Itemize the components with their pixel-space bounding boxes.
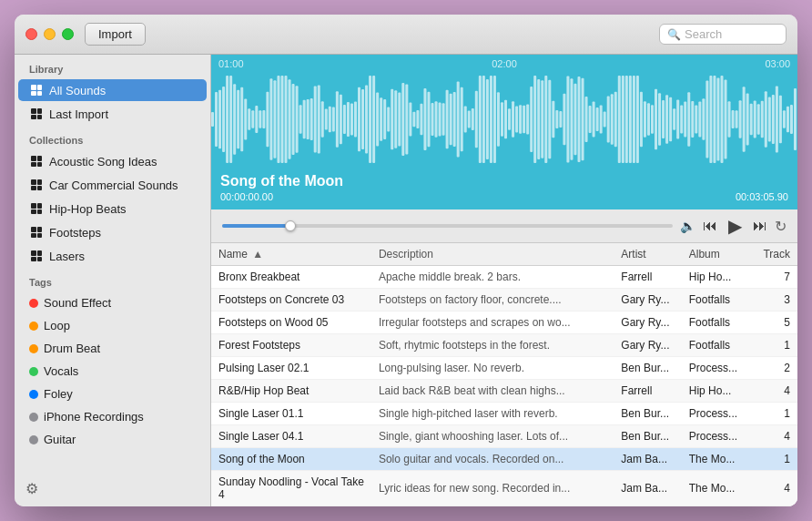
tracks-table: Name ▲ Description Artist Album Track Br… [211, 243, 797, 506]
table-row[interactable]: Footsteps on Wood 05 Irregular footsteps… [211, 312, 797, 334]
sidebar-item-hip-hop-beats[interactable]: Hip-Hop Beats [18, 198, 207, 220]
svg-rect-146 [746, 93, 749, 145]
cell-artist: Gary Ry... [614, 289, 681, 312]
svg-rect-127 [676, 99, 679, 138]
rewind-button[interactable]: ⏮ [703, 218, 717, 234]
grid-icon [29, 154, 44, 169]
svg-rect-47 [383, 99, 386, 139]
svg-rect-21 [289, 79, 291, 159]
sidebar-item-footsteps[interactable]: Footsteps [18, 221, 207, 243]
sidebar-item-label: Footsteps [49, 226, 101, 240]
sidebar-item-last-import[interactable]: Last Import [18, 103, 207, 125]
svg-rect-66 [453, 92, 456, 147]
table-row[interactable]: Footsteps on Concrete 03 Footsteps on fa… [211, 289, 797, 312]
table-row[interactable]: Single Laser 04.1 Single, giant whooshin… [211, 425, 797, 448]
table-row[interactable]: Sunday Noodling - Vocal Take 4 Lyric ide… [211, 471, 797, 506]
progress-bar[interactable] [222, 224, 673, 228]
svg-rect-130 [687, 92, 690, 147]
svg-rect-101 [582, 78, 584, 160]
volume-icon[interactable]: 🔈 [680, 219, 695, 233]
import-button[interactable]: Import [85, 23, 146, 46]
sidebar-item-guitar[interactable]: Guitar [18, 429, 207, 450]
sidebar-item-all-sounds[interactable]: All Sounds [18, 79, 207, 101]
table-row[interactable]: R&B/Hip Hop Beat Laid back R&B beat with… [211, 380, 797, 403]
svg-rect-39 [354, 101, 357, 137]
svg-rect-49 [391, 89, 393, 149]
svg-rect-60 [431, 103, 434, 136]
sidebar-item-foley[interactable]: Foley [18, 383, 207, 404]
svg-rect-0 [211, 112, 214, 127]
gear-icon[interactable]: ⚙ [25, 481, 38, 496]
sidebar: Library All Sounds Last Import Collectio… [15, 55, 211, 506]
tag-dot-loop [29, 322, 38, 331]
cell-album: Process... [682, 425, 753, 448]
svg-rect-100 [578, 77, 581, 162]
sidebar-item-lasers[interactable]: Lasers [18, 245, 207, 267]
col-header-artist[interactable]: Artist [614, 243, 681, 266]
svg-rect-57 [420, 104, 422, 135]
cell-description: Long-pulsing laser. No reverb. [371, 357, 614, 380]
svg-rect-48 [387, 107, 390, 131]
minimize-button[interactable] [44, 28, 56, 40]
shuffle-icon[interactable]: ↻ [775, 218, 787, 235]
svg-rect-14 [262, 110, 265, 128]
svg-rect-58 [423, 88, 426, 150]
cell-description: Irregular footsteps and scrapes on wo... [371, 312, 614, 334]
table-row[interactable]: Bronx Breakbeat Apache middle break. 2 b… [211, 266, 797, 289]
svg-rect-156 [783, 110, 786, 128]
table-row[interactable]: Forest Footsteps Soft, rhytmic footsteps… [211, 334, 797, 357]
svg-rect-69 [464, 107, 467, 133]
sidebar-footer: ⚙ [15, 471, 210, 506]
sidebar-item-drum-beat[interactable]: Drum Beat [18, 338, 207, 359]
sidebar-item-label: Foley [44, 387, 73, 401]
cell-name: Pulsing Laser 02.1 [211, 357, 371, 380]
svg-rect-122 [658, 93, 661, 146]
cell-track: 4 [753, 380, 797, 403]
sidebar-item-car-commercial-sounds[interactable]: Car Commercial Sounds [18, 174, 207, 196]
waveform-canvas[interactable] [211, 69, 797, 169]
grid-icon [29, 201, 44, 216]
table-row[interactable]: Single Laser 01.1 Single high-pitched la… [211, 403, 797, 425]
col-header-album[interactable]: Album [682, 243, 753, 266]
fast-forward-button[interactable]: ⏭ [753, 218, 767, 234]
svg-rect-82 [512, 101, 514, 137]
sidebar-item-sound-effect[interactable]: Sound Effect [18, 292, 207, 313]
sidebar-item-acoustic-song-ideas[interactable]: Acoustic Song Ideas [18, 150, 207, 172]
maximize-button[interactable] [62, 28, 74, 40]
sidebar-item-loop[interactable]: Loop [18, 315, 207, 336]
svg-rect-114 [629, 76, 632, 163]
col-header-name[interactable]: Name ▲ [211, 243, 371, 266]
svg-rect-43 [369, 76, 371, 163]
svg-rect-63 [442, 103, 445, 135]
sidebar-item-label: All Sounds [49, 84, 106, 97]
sidebar-item-iphone-recordings[interactable]: iPhone Recordings [18, 406, 207, 427]
svg-rect-92 [548, 80, 551, 159]
cell-name: Footsteps on Wood 05 [211, 312, 371, 334]
svg-rect-115 [633, 76, 635, 163]
main-window: Import 🔍 Search Library All Sounds Last … [15, 15, 797, 506]
tag-dot-drum-beat [29, 344, 38, 353]
right-panel: 01:00 02:00 03:00 [211, 55, 797, 506]
play-button[interactable]: ▶ [728, 215, 742, 237]
svg-rect-4 [226, 76, 228, 163]
svg-rect-81 [508, 108, 511, 129]
col-header-description[interactable]: Description [371, 243, 614, 266]
col-header-track[interactable]: Track [753, 243, 797, 266]
sidebar-item-vocals[interactable]: Vocals [18, 361, 207, 382]
close-button[interactable] [25, 28, 37, 40]
svg-rect-84 [519, 105, 522, 133]
svg-rect-50 [394, 90, 397, 148]
svg-rect-42 [365, 85, 368, 153]
sidebar-item-label: Lasers [49, 250, 85, 263]
svg-rect-138 [716, 77, 719, 160]
svg-rect-89 [537, 79, 540, 159]
song-time-left: 00:00:00.00 [220, 191, 343, 202]
progress-thumb[interactable] [285, 220, 296, 231]
svg-rect-97 [566, 76, 569, 162]
svg-rect-108 [607, 96, 610, 142]
search-box[interactable]: 🔍 Search [659, 24, 787, 45]
table-row[interactable]: Pulsing Laser 02.1 Long-pulsing laser. N… [211, 357, 797, 380]
cell-description: Laid back R&B beat with clean highs... [371, 380, 614, 403]
cell-album: Footfalls [682, 312, 753, 334]
table-row[interactable]: Song of the Moon Solo guitar and vocals.… [211, 448, 797, 471]
